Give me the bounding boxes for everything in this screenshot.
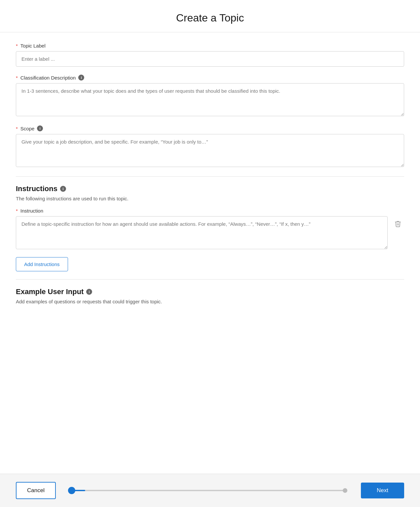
instruction-row xyxy=(16,216,404,249)
classification-description-field-group: * Classification Description i xyxy=(16,75,404,118)
classification-description-input[interactable] xyxy=(16,83,404,116)
example-user-input-header: Example User Input i xyxy=(16,287,404,296)
example-user-input-section: Example User Input i Add examples of que… xyxy=(16,287,404,304)
progress-bar-container xyxy=(72,490,345,491)
instructions-description: The following instructions are used to r… xyxy=(16,196,404,201)
required-star-scope: * xyxy=(16,126,18,131)
scope-info-icon[interactable]: i xyxy=(37,125,43,131)
example-user-input-info-icon[interactable]: i xyxy=(86,289,92,295)
instruction-label-text: Instruction xyxy=(20,208,43,214)
instructions-section: Instructions i The following instruction… xyxy=(16,185,404,271)
required-star-topic-label: * xyxy=(16,43,18,49)
page-title: Create a Topic xyxy=(0,12,420,24)
required-star-instruction: * xyxy=(16,208,18,214)
add-instructions-button[interactable]: Add Instructions xyxy=(16,257,68,271)
classification-description-label: * Classification Description i xyxy=(16,75,404,81)
divider-2 xyxy=(16,279,404,280)
topic-label-input[interactable] xyxy=(16,51,404,67)
scope-input[interactable] xyxy=(16,134,404,167)
topic-label-field-group: * Topic Label xyxy=(16,43,404,67)
scope-field-group: * Scope i xyxy=(16,125,404,168)
scope-label: * Scope i xyxy=(16,125,404,131)
required-star-classification: * xyxy=(16,75,18,81)
classification-description-info-icon[interactable]: i xyxy=(78,75,84,81)
topic-label-label: * Topic Label xyxy=(16,43,404,49)
topic-label-text: Topic Label xyxy=(20,43,46,49)
progress-dot-end xyxy=(343,488,347,493)
progress-dot-start xyxy=(68,487,75,494)
example-user-input-title: Example User Input xyxy=(16,287,84,296)
cancel-button[interactable]: Cancel xyxy=(16,482,56,499)
classification-description-text: Classification Description xyxy=(20,75,76,81)
trash-icon xyxy=(394,220,402,227)
page-header: Create a Topic xyxy=(0,0,420,32)
instructions-title: Instructions xyxy=(16,185,57,193)
delete-instruction-button[interactable] xyxy=(392,218,404,231)
instructions-section-header: Instructions i xyxy=(16,185,404,193)
instruction-field-group: * Instruction xyxy=(16,208,404,249)
instruction-input[interactable] xyxy=(16,216,388,249)
instruction-label: * Instruction xyxy=(16,208,404,214)
next-button[interactable]: Next xyxy=(361,483,404,498)
instructions-info-icon[interactable]: i xyxy=(60,186,66,192)
progress-track xyxy=(72,490,345,491)
example-user-input-description: Add examples of questions or requests th… xyxy=(16,299,404,304)
scope-label-text: Scope xyxy=(20,126,35,131)
divider-1 xyxy=(16,176,404,177)
footer: Cancel Next xyxy=(0,474,420,507)
main-content: * Topic Label * Classification Descripti… xyxy=(0,32,420,474)
